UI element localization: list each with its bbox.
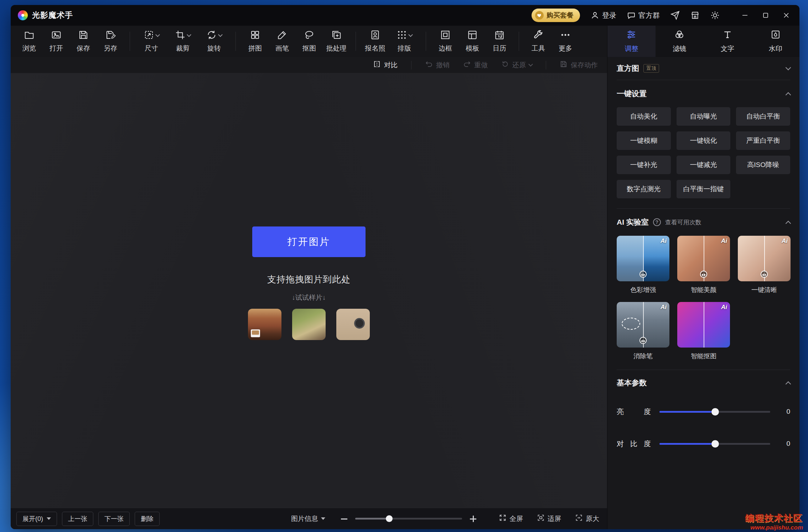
fit-screen-button[interactable]: 适屏 [537,514,561,523]
original-size-button[interactable]: 原大 [575,514,599,523]
open-image-button[interactable]: 打开图片 [252,226,366,257]
one-click-sharpen-button[interactable]: 一键锐化 [677,131,731,150]
contrast-slider[interactable] [659,443,770,445]
brush-icon [277,30,288,42]
basic-params-section-header[interactable]: 基本参数 [617,370,790,396]
image-info-button[interactable]: 图片信息 [291,514,325,523]
toolbar-template[interactable]: 模板 [459,30,486,53]
help-question-icon[interactable]: ? [653,218,661,226]
one-click-blur-button[interactable]: 一键模糊 [617,131,671,150]
toolbar-tools[interactable]: 工具 [525,30,552,53]
zoom-slider-handle[interactable] [386,515,393,522]
tab-adjust[interactable]: 调整 [607,26,656,57]
toolbar-layout[interactable]: 排版 [389,30,420,53]
auto-white-balance-button[interactable]: 自动白平衡 [736,107,790,126]
zoom-out-icon[interactable] [340,514,349,523]
chevron-down-icon [528,62,533,67]
toolbar-more[interactable]: 更多 [552,30,579,53]
official-group-button[interactable]: 官方群 [627,11,660,20]
toolbar-save[interactable]: 保存 [70,30,97,53]
histogram-section-header[interactable]: 直方图 置顶 [617,57,790,80]
fill-light-button[interactable]: 一键补光 [617,156,671,174]
toolbar-border[interactable]: 边框 [432,30,459,53]
sample-image-desert[interactable] [248,309,281,340]
chevron-up-icon[interactable] [786,381,791,387]
chevron-down-icon[interactable] [786,64,791,70]
save-action-button[interactable]: 保存动作 [560,60,598,70]
zoom-in-icon[interactable] [468,514,478,523]
app-window: 光影魔术手 购买套餐 登录 [11,5,799,529]
toolbar-size[interactable]: 尺寸 [136,30,167,53]
expand-filmstrip-button[interactable]: 展开(0) [16,512,57,526]
close-button[interactable] [776,7,797,24]
login-button[interactable]: 登录 [591,11,616,20]
toolbar-cutout[interactable]: 抠图 [296,30,323,53]
settings-gear-icon[interactable] [710,11,720,20]
share-icon[interactable] [670,11,680,20]
view-usage-link[interactable]: 查看可用次数 [665,218,701,226]
brightness-slider[interactable] [659,411,770,413]
toolbar-brush[interactable]: 画笔 [269,30,296,53]
tab-watermark[interactable]: 水印 [751,26,799,57]
next-image-button[interactable]: 下一张 [98,512,130,526]
toolbar-separator [519,32,519,51]
one-click-section-header[interactable]: 一键设置 [617,80,790,107]
strict-white-balance-button[interactable]: 严重白平衡 [736,131,790,150]
toolbar-browse[interactable]: 浏览 [16,30,43,53]
toolbar-open[interactable]: 打开 [43,30,70,53]
toolbar-batch[interactable]: 批处理 [323,30,350,53]
restore-button[interactable]: 还原 [501,60,532,70]
tab-filter[interactable]: 滤镜 [656,26,704,57]
chevron-up-icon[interactable] [786,220,791,226]
buy-plan-button[interactable]: 购买套餐 [532,9,580,22]
ai-smart-cutout[interactable]: Ai 智能抠图 [677,302,730,360]
maximize-button[interactable] [755,7,776,24]
ai-lab-section-header[interactable]: AI 实验室 ? 查看可用次数 [617,209,790,236]
compare-button[interactable]: 对比 [373,60,398,70]
polaroid-icon [251,329,260,337]
desktop-wallpaper: 光影魔术手 购买套餐 登录 [0,0,808,532]
toolbar-id-photo[interactable]: 报名照 [362,30,389,53]
minimize-button[interactable] [735,7,755,24]
white-balance-one-key-button[interactable]: 白平衡一指键 [677,180,731,198]
chevron-up-icon[interactable] [786,92,791,98]
toolbar-crop[interactable]: 裁剪 [167,30,198,53]
compare-icon [373,60,381,70]
ai-smart-beauty[interactable]: Ai 智能美颜 [677,236,730,294]
ai-eraser-pen[interactable]: Ai 消除笔 [617,302,669,360]
toolbar-calendar[interactable]: 日历 [486,30,513,53]
canvas-area[interactable]: 打开图片 支持拖拽图片到此处 ↓试试样片↓ [11,73,607,508]
previous-image-button[interactable]: 上一张 [62,512,93,526]
ai-color-enhance[interactable]: Ai 色彩增强 [617,236,669,294]
auto-beautify-button[interactable]: 自动美化 [617,107,671,126]
ai-cutout-thumbnail: Ai [677,302,730,348]
login-label: 登录 [602,11,616,20]
delete-image-button[interactable]: 删除 [135,512,160,526]
toolbar-separator [356,32,356,51]
ai-one-click-clarity[interactable]: Ai 一键清晰 [738,236,791,294]
toolbar-collage[interactable]: 拼图 [242,30,269,53]
contrast-slider-handle[interactable] [711,440,719,448]
fullscreen-button[interactable]: 全屏 [499,514,523,523]
batch-icon [331,30,342,42]
zoom-slider-fill [355,518,389,520]
high-iso-denoise-button[interactable]: 高ISO降噪 [736,156,790,174]
reduce-light-button[interactable]: 一键减光 [677,156,731,174]
pin-badge[interactable]: 置顶 [643,64,659,73]
redo-button[interactable]: 重做 [463,60,488,70]
auto-exposure-button[interactable]: 自动曝光 [677,107,731,126]
zoom-slider[interactable] [355,518,462,520]
toolbar-save-as[interactable]: 另存 [97,30,124,53]
toolbar-rotate[interactable]: 旋转 [198,30,230,53]
bottom-bar-middle: 图片信息 [291,514,478,523]
sample-image-portrait[interactable] [292,309,326,340]
sample-image-flatlay[interactable] [336,309,370,340]
digital-spot-metering-button[interactable]: 数字点测光 [617,180,671,198]
folder-icon [24,30,35,42]
store-icon[interactable] [690,11,700,20]
sub-toolbar-separator [546,61,546,69]
brightness-slider-handle[interactable] [711,408,719,416]
dropdown-caret-icon [321,517,325,520]
tab-text[interactable]: 文字 [704,26,752,57]
undo-button[interactable]: 撤销 [425,60,450,70]
